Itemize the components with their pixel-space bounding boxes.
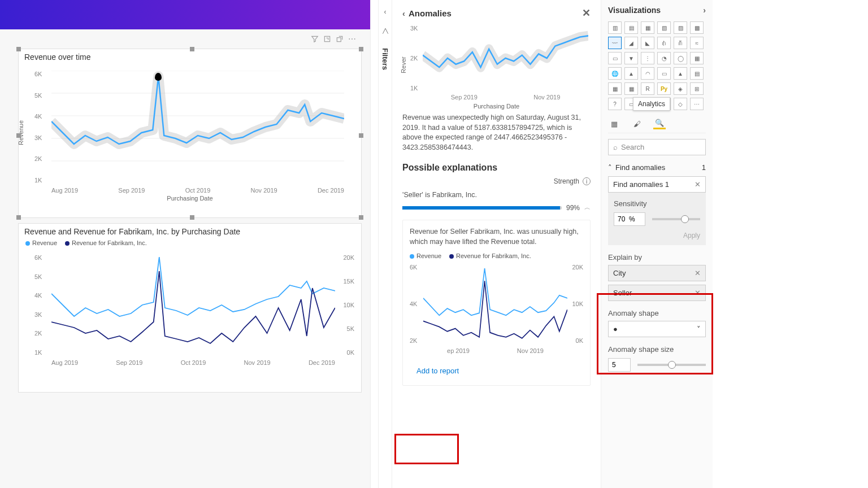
filter-icon[interactable] [310,34,319,43]
qa-icon[interactable]: ? [608,98,622,110]
x-ticks: Aug 2019Sep 2019Oct 2019Nov 2019Dec 2019 [51,359,335,366]
more-icon[interactable]: ⋯ [348,34,357,43]
stacked-bar-icon[interactable]: ▥ [608,21,622,34]
explanation-card: Revenue for Seller Fabrikam, Inc. was un… [402,220,591,386]
report-canvas[interactable]: ⋯ Revenue over time Revenue 6K5K4K3K2K1K… [0,0,370,488]
search-icon: ⌕ [613,143,618,151]
remove-chip-icon[interactable]: ✕ [695,269,701,277]
y-ticks-left: 6K5K4K3K2K1K [34,254,42,356]
visual-revenue-over-time[interactable]: ⋯ Revenue over time Revenue 6K5K4K3K2K1K… [18,49,362,218]
card-description: Revenue for Seller Fabrikam, Inc. was un… [410,227,583,247]
line-chart [51,71,344,184]
filters-label: Filters [381,48,389,70]
decomp-icon[interactable]: ⊞ [690,82,704,95]
marker-preview-icon: ● [613,325,618,333]
explanation-text: 'Seller' is Fabrikam, Inc. [402,191,591,199]
r-icon[interactable]: R [641,82,654,95]
focus-icon[interactable] [323,34,332,43]
expand-filters-chevron-icon[interactable]: ‹ [379,8,392,16]
sensitivity-input[interactable] [614,212,645,226]
table-icon[interactable]: ▦ [608,82,622,95]
anomaly-shape-select[interactable]: ● ˅ [608,321,706,337]
gauge-icon[interactable]: ◠ [641,67,654,80]
sensitivity-slider[interactable] [652,218,700,220]
bookmark-icon[interactable] [379,27,392,37]
y-axis-label: Revenue [18,120,24,145]
back-chevron-icon[interactable]: ‹ [402,8,405,18]
chevron-down-icon: ˄ [608,163,612,172]
analytics-tab-icon[interactable]: 🔍 [653,118,666,129]
column100-icon[interactable]: ▩ [690,21,704,34]
filters-pane-collapsed[interactable]: ‹ Filters [378,0,392,488]
add-to-report-link[interactable]: Add to report [410,363,466,378]
remove-icon[interactable]: ✕ [695,180,701,189]
search-input[interactable]: ⌕ Search [608,139,706,155]
stacked-column-icon[interactable]: ▦ [641,21,654,34]
filled-map-icon[interactable]: ▲ [624,67,638,80]
clustered-column-icon[interactable]: ▧ [657,21,671,34]
card-icon[interactable]: ▭ [657,67,671,80]
anomaly-mini-chart: Rever 3K2K1K Sep 2019Nov 2019 Purchasing… [402,23,591,107]
combo-icon[interactable]: ⫛ [657,37,671,49]
waterfall-icon[interactable]: ▭ [608,52,622,64]
pie-icon[interactable]: ◔ [657,52,671,64]
shape-size-slider[interactable] [637,364,706,366]
key-influencers-icon[interactable]: ◈ [674,82,687,95]
info-icon[interactable]: i [583,177,591,185]
kpi-icon[interactable]: ▲ [674,67,687,80]
expand-chevron-icon[interactable]: › [703,6,706,15]
donut-icon[interactable]: ◯ [674,52,687,64]
x-ticks: Aug 2019Sep 2019Oct 2019Nov 2019Dec 2019 [51,187,344,194]
find-anomalies-section[interactable]: ˄ Find anomalies 1 [608,163,706,172]
treemap-icon[interactable]: ▦ [690,52,704,64]
close-icon[interactable]: ✕ [582,7,591,19]
sensitivity-label: Sensitivity [614,199,700,208]
analytics-tooltip: Analytics [633,97,670,111]
more-viz-icon[interactable]: ⋯ [690,98,704,110]
explain-by-chip-seller[interactable]: Seller ✕ [608,285,706,301]
strength-bar [402,206,562,210]
stacked-area-icon[interactable]: ◣ [641,37,654,49]
viz-title: Visualizations [608,6,661,15]
scatter-icon[interactable]: ⋮ [641,52,654,64]
ribbon-icon[interactable]: ≈ [690,37,704,49]
legend: Revenue Revenue for Fabrikam, Inc. [19,239,361,249]
popout-icon[interactable] [335,34,344,43]
highlight-box-add-report [394,434,459,464]
anomaly-shape-label: Anomaly shape [608,309,706,317]
title-bar [0,0,370,29]
find-anomalies-card[interactable]: Find anomalies 1 ✕ [608,176,706,193]
anomaly-marker[interactable] [155,73,162,81]
chart-title: Revenue and Revenue for Fabrikam, Inc. b… [19,224,361,239]
anomaly-description: Revenue was unexpectedly high on Saturda… [402,113,591,152]
apply-button[interactable]: Apply [614,232,700,239]
anomalies-title: Anomalies [409,8,452,18]
y-ticks-right: 20K15K10K5K0K [343,254,354,356]
format-tab-icon[interactable]: 🖌 [631,118,643,129]
visual-revenue-fabrikam[interactable]: Revenue and Revenue for Fabrikam, Inc. b… [18,223,362,393]
x-axis-label: Purchasing Date [167,195,212,202]
svg-rect-1 [337,38,341,42]
fields-tab-icon[interactable]: ▦ [608,118,620,129]
powerapps-icon[interactable]: ◇ [674,98,687,110]
divider [370,0,378,488]
matrix-icon[interactable]: ▦ [624,82,638,95]
y-ticks: 6K5K4K3K2K1K [34,71,42,184]
line-icon[interactable]: 〰 [608,37,622,49]
funnel-icon[interactable]: ▼ [624,52,638,64]
py-icon[interactable]: Py [657,82,671,95]
explain-by-chip-city[interactable]: City ✕ [608,265,706,281]
visualizations-pane: Visualizations › ▥ ▤ ▦ ▧ ▨ ▩ 〰 ◢ ◣ ⫛ ⫚ ≈… [601,0,713,488]
svg-rect-0 [324,36,329,41]
strength-label: Strength [554,177,579,185]
bar100-icon[interactable]: ▨ [674,21,687,34]
map-icon[interactable]: 🌐 [608,67,622,80]
slicer-icon[interactable]: ▤ [690,67,704,80]
clustered-bar-icon[interactable]: ▤ [624,21,638,34]
collapse-chevron-icon[interactable]: ︿ [584,203,591,212]
shape-size-input[interactable] [608,358,631,372]
area-icon[interactable]: ◢ [624,37,638,49]
remove-chip-icon[interactable]: ✕ [695,289,701,297]
strength-pct: 99% [566,204,580,212]
combo2-icon[interactable]: ⫚ [674,37,687,49]
